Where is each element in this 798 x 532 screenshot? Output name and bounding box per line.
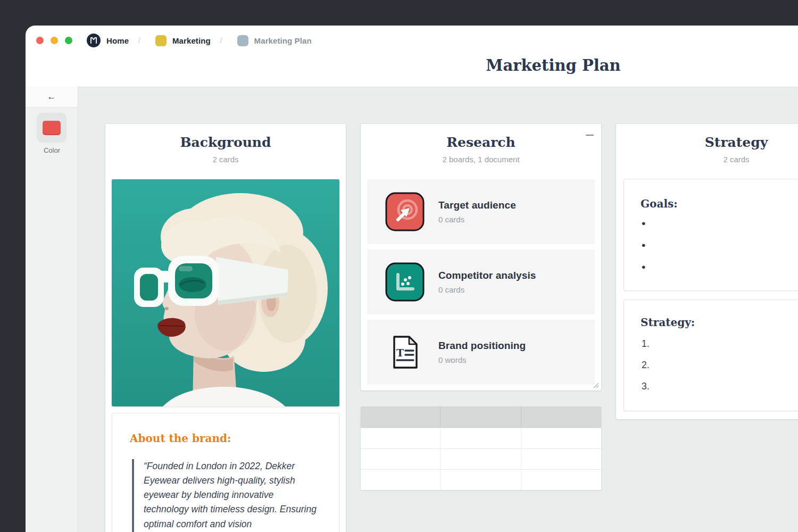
- table-row: [361, 448, 601, 469]
- table-cell[interactable]: [521, 470, 601, 490]
- yellow-board-icon: [155, 35, 167, 46]
- table-header-row: [361, 406, 601, 428]
- app-window: Home / Marketing / Marketing Plan Market…: [26, 26, 798, 532]
- table-cell[interactable]: [521, 449, 601, 469]
- card-heading: Goals:: [641, 197, 678, 210]
- column-background[interactable]: Background 2 cards: [105, 124, 346, 532]
- table-header-cell[interactable]: [361, 406, 440, 428]
- board-item-brand-positioning[interactable]: T Brand positioning 0 words: [367, 320, 595, 385]
- table-cell[interactable]: [361, 470, 440, 490]
- table-cell[interactable]: [521, 428, 601, 448]
- target-board-icon: [385, 192, 425, 231]
- breadcrumb-item-marketing[interactable]: Marketing: [155, 35, 211, 46]
- table-card[interactable]: [361, 406, 601, 490]
- column-subtitle: 2 cards: [105, 155, 346, 164]
- color-tool-label: Color: [26, 146, 78, 154]
- column-title: Background: [105, 135, 346, 150]
- color-tool-button[interactable]: [37, 113, 66, 143]
- resize-handle-icon[interactable]: [592, 381, 600, 389]
- column-subtitle: 2 boards, 1 document: [361, 155, 601, 164]
- scatter-chart-board-icon: [385, 262, 425, 302]
- breadcrumb-separator: /: [220, 36, 222, 45]
- breadcrumb-label: Marketing: [172, 36, 211, 45]
- table-cell[interactable]: [361, 449, 440, 469]
- item-meta: 0 cards: [438, 285, 536, 294]
- bullet-list-marker: •: [642, 263, 645, 271]
- note-heading: About the brand:: [130, 432, 231, 445]
- collapse-sidebar-button[interactable]: ←: [47, 92, 56, 102]
- bullet-list-marker: •: [642, 242, 645, 249]
- item-meta: 0 words: [438, 355, 526, 364]
- bullet-list-marker: •: [642, 220, 645, 227]
- column-subtitle: 2 cards: [616, 155, 798, 164]
- blockquote-text: “Founded in London in 2022, Dekker Eyewe…: [144, 459, 319, 532]
- column-research[interactable]: Research 2 boards, 1 document Target aud…: [361, 124, 601, 390]
- text-card-goals[interactable]: Goals: • • •: [624, 179, 798, 291]
- table-header-cell[interactable]: [521, 406, 601, 428]
- milanote-logo-icon: [87, 34, 101, 47]
- titlebar: Home / Marketing / Marketing Plan: [36, 33, 312, 48]
- card-heading: Strategy:: [641, 316, 695, 329]
- breadcrumb-item-marketing-plan[interactable]: Marketing Plan: [237, 35, 312, 46]
- portrait-photo: [112, 179, 339, 406]
- table-cell[interactable]: [440, 470, 521, 490]
- table-cell[interactable]: [440, 428, 521, 448]
- column-strategy[interactable]: Strategy 2 cards Goals: • • • Strategy: …: [616, 124, 798, 419]
- page-title: Marketing Plan: [486, 56, 620, 74]
- text-document-icon: T: [385, 332, 425, 372]
- table-row: [361, 428, 601, 448]
- text-card-about-brand[interactable]: About the brand: “Founded in London in 2…: [112, 413, 339, 532]
- item-label: Brand positioning: [438, 340, 526, 352]
- table-header-cell[interactable]: [440, 406, 521, 428]
- numbered-list-marker: 3.: [642, 381, 650, 392]
- item-label: Competitor analysis: [438, 270, 536, 281]
- toolbar-sidebar: ← Color: [26, 87, 78, 532]
- breadcrumb-label: Home: [106, 36, 129, 45]
- text-card-strategy[interactable]: Strategy: 1. 2. 3.: [624, 300, 798, 411]
- sidebar-header: ←: [26, 87, 78, 107]
- table-cell[interactable]: [440, 449, 521, 469]
- breadcrumb-separator: /: [138, 36, 140, 45]
- numbered-list-marker: 2.: [642, 360, 650, 371]
- minimize-window-button[interactable]: [51, 37, 58, 44]
- desktop-background: Home / Marketing / Marketing Plan Market…: [0, 0, 798, 532]
- column-title: Research: [361, 135, 601, 150]
- breadcrumb-label: Marketing Plan: [254, 36, 312, 45]
- board-item-target-audience[interactable]: Target audience 0 cards: [367, 179, 595, 244]
- table-cell[interactable]: [361, 428, 440, 448]
- close-window-button[interactable]: [36, 37, 44, 44]
- table-row: [361, 469, 601, 490]
- svg-text:T: T: [396, 347, 404, 359]
- zoom-window-button[interactable]: [65, 37, 72, 44]
- numbered-list-marker: 1.: [642, 338, 650, 350]
- blue-gray-board-icon: [237, 35, 248, 46]
- color-swatch-icon: [43, 121, 61, 135]
- board-item-competitor-analysis[interactable]: Competitor analysis 0 cards: [367, 250, 595, 314]
- item-meta: 0 cards: [438, 215, 516, 224]
- board-canvas[interactable]: Background 2 cards: [78, 87, 798, 532]
- column-title: Strategy: [616, 135, 798, 150]
- item-label: Target audience: [438, 200, 516, 211]
- image-card-portrait[interactable]: [112, 179, 339, 406]
- blockquote-bar: [132, 459, 134, 532]
- blockquote: “Founded in London in 2022, Dekker Eyewe…: [132, 459, 319, 532]
- breadcrumb-item-home[interactable]: Home: [87, 34, 129, 47]
